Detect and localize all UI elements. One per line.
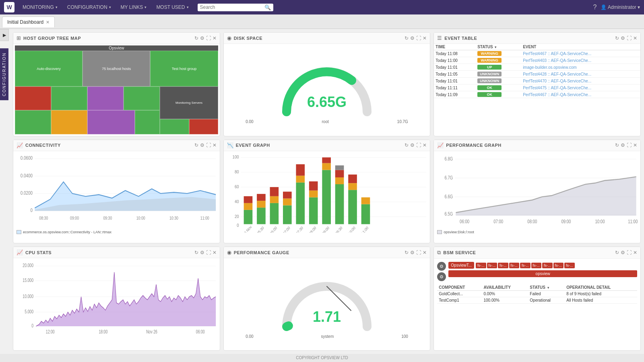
bsm-col-status: STATUS ▾ [528,284,565,291]
sort-icon[interactable]: ▾ [547,286,549,290]
bsm-chip[interactable]: fs-... [487,263,497,268]
refresh-icon[interactable]: ↻ [194,35,198,41]
close-icon[interactable]: ✕ [423,142,427,148]
expand-icon[interactable]: ⛶ [416,35,421,41]
table-row[interactable]: Today 11:11 OK PerfTest4475 :: AEF-QA-Se… [434,84,640,91]
user-menu[interactable]: 👤 Administrator ▾ [601,4,640,10]
event-status: OK [476,84,521,91]
refresh-icon[interactable]: ↻ [615,250,619,255]
gauge-perf-container: 1.71 0.00 system 100 [225,260,429,349]
treemap-row-sub3 [87,86,160,110]
search-box[interactable]: 🔍 [198,4,273,11]
refresh-icon[interactable]: ↻ [615,35,619,41]
table-row[interactable]: Today 11:01 UP image-builder.os.opsview.… [434,64,640,71]
expand-icon[interactable]: ⛶ [416,250,421,255]
nav-monitoring[interactable]: MONITORING ▾ [19,0,62,14]
svg-text:6.6G: 6.6G [445,193,453,199]
treemap-cell-green5[interactable] [160,119,189,134]
refresh-icon[interactable]: ↻ [405,142,409,148]
gear-icon[interactable]: ⚙ [200,250,204,255]
bsm-chip[interactable]: fs-... [564,263,575,268]
treemap-cell-testgroup[interactable]: Test host group [150,51,218,86]
treemap-col-right: Monitoring Servers [160,86,218,134]
bsm-chip[interactable]: fs-... [520,263,530,268]
bsm-main-node[interactable]: OpsviewT... [448,262,474,269]
treemap-cell-red2[interactable] [189,119,218,134]
bsm-bar[interactable]: opsview [448,270,637,277]
treemap-cell-autodiscovery[interactable]: Auto-discovery [15,51,83,86]
expand-icon[interactable]: ⛶ [206,142,211,148]
treemap-cell-green4[interactable] [135,110,160,134]
bsm-chip[interactable]: fs-... [498,263,508,268]
expand-icon[interactable]: ⛶ [627,250,632,255]
gear-icon[interactable]: ⚙ [621,35,625,41]
bsm-chip[interactable]: fs-... [476,263,486,268]
refresh-icon[interactable]: ↻ [615,142,619,148]
nav-most-used[interactable]: MOST USED ▾ [152,0,192,14]
close-icon[interactable]: ✕ [423,35,427,41]
treemap-cell-purple2[interactable] [87,110,135,134]
gear-icon[interactable]: ⚙ [410,250,415,255]
close-icon[interactable]: ✕ [633,142,637,148]
bsm-chip[interactable]: fs-... [553,263,564,268]
list-item[interactable]: TestComp1 100.00% Operational All Hosts … [437,297,637,304]
treemap-cell-localhost[interactable]: 75 localhost hosts [83,51,150,86]
svg-text:09:00: 09:00 [321,226,330,233]
close-icon[interactable]: ✕ [633,35,637,41]
tab-initial-dashboard[interactable]: Initial Dashboard ✕ [2,16,55,27]
table-row[interactable]: Today 11:08 WARNING PerfTest4467 :: AEF-… [434,50,640,57]
treemap-cell-green3[interactable] [124,86,160,110]
sidebar-configuration-label[interactable]: CONFIGURATION [0,48,8,100]
close-icon[interactable]: ✕ [423,250,427,255]
refresh-icon[interactable]: ↻ [194,250,198,255]
bsm-chip[interactable]: fs-... [531,263,542,268]
treemap-cell-green2[interactable] [15,110,51,134]
close-tab-icon[interactable]: ✕ [46,20,50,25]
close-icon[interactable]: ✕ [633,250,637,255]
svg-rect-40 [296,164,305,175]
gear-icon[interactable]: ⚙ [621,250,625,255]
refresh-icon[interactable]: ↻ [194,142,198,148]
expand-icon[interactable]: ⛶ [627,35,632,41]
expand-icon[interactable]: ⛶ [416,142,421,148]
bsm-table: COMPONENT AVAILABILITY STATUS ▾ OPERATIO… [437,284,637,304]
nav-configuration[interactable]: CONFIGURATION ▾ [63,0,115,14]
treemap-cell-orange1[interactable] [51,110,87,134]
table-row[interactable]: Today 11:01 UNKNOWN PerfTest4470 :: AEF-… [434,78,640,84]
help-icon[interactable]: ? [593,4,597,11]
close-icon[interactable]: ✕ [213,250,217,255]
widget-body-treemap: Opsview Auto-discovery 75 localhost host… [13,44,220,136]
bsm-chip[interactable]: fs-... [542,263,553,268]
refresh-icon[interactable]: ↻ [405,35,409,41]
expand-icon[interactable]: ⛶ [627,142,632,148]
gear-icon[interactable]: ⚙ [621,142,625,148]
expand-icon[interactable]: ⛶ [206,250,211,255]
treemap-cell-monitoring[interactable]: Monitoring Servers [160,86,218,119]
bsm-chip[interactable]: fs-... [509,263,520,268]
expand-icon[interactable]: ⛶ [206,35,211,41]
gear-icon[interactable]: ⚙ [410,35,415,41]
treemap-cell-purple1[interactable] [87,86,124,110]
treemap-row-bottom: Monitoring Servers [15,86,218,134]
gear-icon[interactable]: ⚙ [410,142,415,148]
gear-icon[interactable]: ⚙ [200,142,204,148]
table-row[interactable]: Today 11:05 UNKNOWN PerfTest4428 :: AEF-… [434,71,640,78]
table-icon: ☰ [437,35,442,41]
event-status: UP [476,64,521,71]
refresh-icon[interactable]: ↻ [405,250,409,255]
treemap-cell-green1[interactable] [51,86,87,110]
treemap-cell-red1[interactable] [15,86,51,110]
close-icon[interactable]: ✕ [213,142,217,148]
treemap-row-top: Auto-discovery 75 localhost hosts Test h… [15,51,218,86]
table-row[interactable]: Today 11:09 OK PerfTest4467 :: AEF-QA-Se… [434,91,640,98]
gauge-center-label: system [321,334,334,339]
nav-my-links[interactable]: MY LINKS ▾ [117,0,151,14]
search-input[interactable] [200,4,264,10]
gear-icon[interactable]: ⚙ [200,35,204,41]
sidebar-toggle[interactable]: ▶ [0,29,9,41]
sort-icon[interactable]: ▾ [495,45,496,49]
table-row[interactable]: Today 11:00 WARNING PerfTest4403 :: AEF-… [434,57,640,64]
list-item[interactable]: GoldCollect... 0.00% Failed 8 of 9 Host(… [437,291,637,297]
close-icon[interactable]: ✕ [213,35,217,41]
bsm-status: Failed [528,291,565,297]
